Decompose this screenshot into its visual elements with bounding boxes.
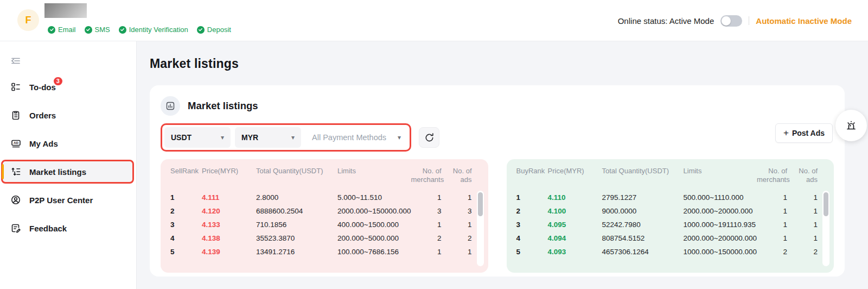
chevron-down-icon: ▾	[221, 134, 224, 141]
limits-cell: 2000.000~150000.000	[337, 207, 411, 215]
price-cell: 4.120	[202, 207, 256, 215]
price-cell: 4.111	[202, 193, 256, 202]
asset-dropdown[interactable]: USDT ▾	[164, 127, 231, 148]
sell-table-scrollbar[interactable]	[477, 191, 484, 266]
fiat-dropdown[interactable]: MYR ▾	[235, 127, 301, 148]
limits-cell: 1000.000~191110.935	[684, 221, 757, 229]
merchants-cell: 1	[411, 193, 442, 202]
automatic-inactive-mode-link[interactable]: Automatic Inactive Mode	[756, 16, 852, 26]
rank-cell: 5	[516, 248, 548, 256]
chevron-down-icon: ▾	[398, 134, 401, 141]
check-icon	[48, 26, 55, 34]
sidebar-item-feedback[interactable]: Feedback	[1, 216, 134, 240]
buy-table-scrollbar[interactable]	[822, 191, 829, 266]
badge-email: Email	[48, 26, 76, 34]
user-center-icon	[10, 194, 22, 206]
price-cell: 4.093	[548, 248, 602, 256]
sidebar-item-p2p-user-center[interactable]: P2P User Center	[1, 188, 134, 212]
merchants-cell: 1	[411, 248, 442, 256]
table-row: 44.13835523.3870200.000~5000.00022	[170, 231, 472, 245]
merchants-cell: 1	[757, 193, 787, 202]
quantity-cell: 710.1856	[256, 221, 337, 229]
table-row: 34.133710.1856400.000~1500.00011	[170, 218, 472, 231]
sidebar-item-market-listings[interactable]: Market listings	[1, 160, 134, 184]
quantity-cell: 808754.5152	[602, 234, 684, 242]
limits-cell: 1000.000~150000.000	[684, 248, 757, 256]
post-ads-button[interactable]: + Post Ads	[775, 123, 833, 143]
price-cell: 4.110	[548, 193, 602, 202]
check-icon	[197, 26, 205, 34]
filter-row: USDT ▾ MYR ▾ All Payment Methods ▾	[161, 123, 834, 152]
my-ads-icon: AD	[10, 137, 22, 149]
top-header: F Email SMS Identity Verification Deposi…	[0, 0, 868, 41]
redacted-merchant-name	[44, 3, 87, 18]
table-row: 24.1009000.00002000.000~20000.00011	[516, 204, 818, 218]
todos-count-badge: 3	[53, 76, 63, 86]
badge-label: SMS	[95, 26, 110, 34]
ads-cell: 1	[787, 234, 818, 242]
col-total-quantity: Total Quantity(USDT)	[256, 167, 337, 175]
alert-fab[interactable]	[835, 110, 867, 141]
sell-table-header: SellRank Price(MYR) Total Quantity(USDT)…	[170, 166, 472, 187]
rank-cell: 2	[516, 207, 548, 215]
sidebar-item-label: Orders	[29, 111, 56, 120]
sidebar: To-dos 3 Orders AD	[0, 41, 137, 289]
table-row: 54.13913491.2716100.000~7686.15611	[170, 245, 472, 259]
ads-cell: 1	[442, 248, 472, 256]
col-limits: Limits	[684, 167, 757, 175]
payment-methods-dropdown[interactable]: All Payment Methods ▾	[305, 127, 407, 148]
merchants-cell: 2	[411, 234, 442, 242]
sidebar-item-label: Feedback	[29, 224, 67, 233]
card-title: Market listings	[188, 100, 258, 112]
col-total-quantity: Total Quantity(USDT)	[602, 167, 684, 175]
merchants-cell: 3	[411, 207, 442, 215]
scrollbar-thumb[interactable]	[478, 192, 483, 216]
market-listings-card: Market listings USDT ▾ MYR ▾ All Payment…	[150, 85, 845, 277]
ads-cell: 1	[787, 207, 818, 215]
col-no-of-ads: No. of ads	[787, 167, 818, 184]
merchants-cell: 1	[757, 234, 787, 242]
rank-cell: 3	[516, 221, 548, 229]
price-cell: 4.095	[548, 221, 602, 229]
page-title: Market listings	[150, 56, 845, 71]
sell-table-body: 14.1112.80005.000~11.5101124.1206888600.…	[170, 191, 472, 259]
todos-icon	[10, 81, 22, 93]
ads-cell: 2	[787, 248, 818, 256]
online-status-toggle[interactable]	[720, 15, 742, 27]
col-price: Price(MYR)	[202, 167, 256, 175]
market-listings-icon	[10, 166, 22, 178]
sidebar-item-my-ads[interactable]: AD My Ads	[1, 131, 134, 155]
rank-cell: 3	[170, 221, 202, 229]
limits-cell: 400.000~1500.000	[337, 221, 411, 229]
limits-cell: 2000.000~200000.000	[684, 234, 757, 242]
collapse-sidebar-icon[interactable]	[10, 55, 22, 66]
sidebar-item-orders[interactable]: Orders	[1, 103, 134, 127]
price-cell: 4.133	[202, 221, 256, 229]
filters-annotation-highlight: USDT ▾ MYR ▾ All Payment Methods ▾	[161, 123, 411, 152]
ads-cell: 1	[442, 221, 472, 229]
active-accent-bar	[2, 164, 4, 179]
badge-deposit: Deposit	[197, 26, 231, 34]
limits-cell: 500.000~1110.000	[684, 193, 757, 202]
quantity-cell: 4657306.1264	[602, 248, 684, 256]
price-cell: 4.139	[202, 248, 256, 256]
col-price: Price(MYR)	[548, 167, 602, 175]
sidebar-item-label: P2P User Center	[29, 196, 93, 205]
sidebar-item-todos[interactable]: To-dos 3	[1, 75, 134, 99]
badge-label: Email	[58, 26, 76, 34]
scrollbar-thumb[interactable]	[824, 192, 828, 216]
divider	[749, 16, 749, 25]
merchants-cell: 1	[411, 221, 442, 229]
toggle-knob	[722, 16, 731, 26]
fiat-dropdown-value: MYR	[241, 133, 258, 142]
table-row: 14.1102795.1227500.000~1110.00011	[516, 191, 818, 204]
merchants-cell: 1	[757, 221, 787, 229]
col-limits: Limits	[337, 167, 411, 175]
chevron-down-icon: ▾	[291, 134, 295, 141]
refresh-button[interactable]	[419, 127, 439, 148]
badge-label: Deposit	[207, 26, 231, 34]
asset-dropdown-value: USDT	[171, 133, 192, 142]
sell-orders-table: SellRank Price(MYR) Total Quantity(USDT)…	[161, 159, 488, 273]
avatar[interactable]: F	[17, 9, 39, 31]
buy-orders-table: BuyRank Price(MYR) Total Quantity(USDT) …	[507, 159, 834, 273]
